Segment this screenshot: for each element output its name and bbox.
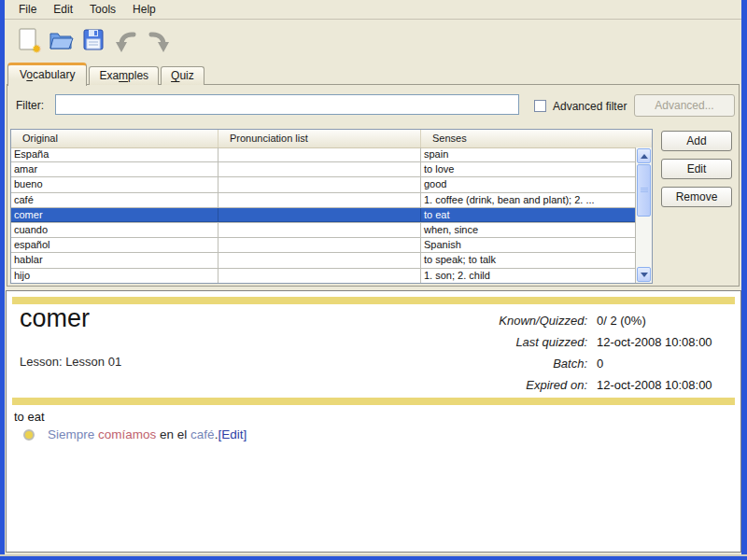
- table-row[interactable]: café1. coffee (drink, bean and plant); 2…: [11, 193, 635, 208]
- stat-row: Expired on:12-oct-2008 10:08:00: [251, 374, 726, 396]
- table-cell: [218, 162, 421, 176]
- table-cell: [218, 223, 421, 237]
- table-row[interactable]: hablarto speak; to talk: [11, 253, 635, 268]
- table-cell: [218, 238, 421, 252]
- new-star-icon: ✹: [32, 43, 42, 55]
- table-cell: when, since: [421, 223, 635, 237]
- divider-stripe-top: [12, 297, 735, 304]
- menu-edit[interactable]: Edit: [45, 0, 81, 19]
- sense-text: to eat: [14, 410, 45, 424]
- tab-quiz[interactable]: Quiz: [161, 66, 204, 85]
- tab-bar: VocabularyExamplesQuiz: [7, 61, 206, 85]
- table-cell: cuando: [11, 223, 218, 237]
- scroll-down-button[interactable]: [637, 267, 651, 282]
- open-file-button[interactable]: [46, 25, 76, 55]
- table-cell: 1. son; 2. child: [421, 269, 635, 283]
- example-word: café: [190, 427, 215, 441]
- column-header-original[interactable]: Original: [11, 130, 218, 147]
- triangle-down-icon: [641, 273, 648, 277]
- advanced-filter-checkbox[interactable]: [534, 100, 546, 112]
- menu-file[interactable]: File: [10, 0, 45, 19]
- example-word: en el: [156, 427, 190, 441]
- table-row[interactable]: buenogood: [11, 177, 635, 192]
- stat-label: Last quizzed:: [251, 335, 587, 349]
- tab-examples[interactable]: Examples: [89, 66, 159, 85]
- table-cell: [218, 147, 421, 161]
- table-row[interactable]: hijo1. son; 2. child: [11, 269, 635, 284]
- table-cell: Spanish: [421, 238, 635, 252]
- word-stats: Known/Quizzed:0/ 2 (0%)Last quizzed:12-o…: [251, 310, 726, 396]
- menu-tools[interactable]: Tools: [81, 0, 124, 19]
- word-title: comer: [20, 304, 90, 333]
- table-cell: 1. coffee (drink, bean and plant); 2. ..…: [421, 193, 635, 207]
- vocabulary-table: OriginalPronunciation listSenses Españas…: [10, 129, 653, 284]
- table-cell: [218, 193, 421, 207]
- triangle-up-icon: [641, 154, 648, 159]
- table-header-row: OriginalPronunciation listSenses: [11, 130, 652, 148]
- vertical-scrollbar[interactable]: [635, 147, 652, 283]
- stat-value: 12-oct-2008 10:08:00: [597, 378, 726, 392]
- scroll-up-button[interactable]: [637, 148, 651, 163]
- window-border-bottom: [0, 554, 747, 560]
- filter-label: Filter:: [16, 99, 44, 112]
- table-row[interactable]: españolSpanish: [11, 238, 635, 253]
- filter-input[interactable]: [55, 94, 519, 115]
- table-cell: hijo: [11, 269, 218, 283]
- stat-label: Expired on:: [251, 378, 587, 392]
- save-floppy-icon: [79, 26, 107, 54]
- stat-row: Batch:0: [251, 353, 726, 374]
- redo-button[interactable]: [144, 25, 174, 55]
- window-border-right: [741, 0, 747, 560]
- add-button[interactable]: Add: [661, 131, 732, 151]
- column-header-pronunciation-list[interactable]: Pronunciation list: [218, 130, 421, 147]
- table-body: Españaspainamarto lovebuenogoodcafé1. co…: [11, 147, 635, 283]
- table-cell: español: [11, 238, 218, 252]
- window-border-left: [0, 0, 5, 560]
- stat-label: Known/Quizzed:: [251, 314, 587, 328]
- redo-arrow-icon: [145, 26, 173, 54]
- table-cell: hablar: [11, 253, 218, 267]
- thumb-grip-icon: [641, 188, 648, 193]
- advanced-filter-label: Advanced filter: [553, 100, 627, 113]
- table-cell: to love: [421, 162, 635, 176]
- table-cell: [218, 177, 421, 191]
- table-cell: good: [421, 177, 635, 191]
- table-cell: amar: [11, 162, 218, 176]
- example-sentence-row: Siempre comíamos en el café.[Edit]: [23, 427, 247, 441]
- vocabulary-panel: Filter: Advanced filter Advanced... Orig…: [7, 84, 740, 287]
- table-row[interactable]: Españaspain: [11, 147, 635, 162]
- stat-value: 0/ 2 (0%): [597, 314, 726, 328]
- open-folder-icon: [47, 26, 75, 54]
- table-cell: to eat: [421, 208, 635, 222]
- remove-button[interactable]: Remove: [661, 187, 732, 207]
- column-header-senses[interactable]: Senses: [421, 130, 652, 147]
- bullet-icon: [23, 429, 35, 441]
- menu-help[interactable]: Help: [124, 0, 164, 19]
- save-button[interactable]: [78, 25, 108, 55]
- undo-arrow-icon: [112, 26, 140, 54]
- table-cell: spain: [421, 147, 635, 161]
- edit-example-link[interactable]: [Edit]: [218, 427, 247, 441]
- menubar: FileEditToolsHelp: [5, 0, 741, 20]
- undo-button[interactable]: [111, 25, 141, 55]
- example-sentence: Siempre comíamos en el café.[Edit]: [48, 427, 247, 441]
- stat-row: Last quizzed:12-oct-2008 10:08:00: [251, 331, 726, 353]
- advanced-button[interactable]: Advanced...: [634, 94, 735, 117]
- table-cell: bueno: [11, 177, 218, 191]
- edit-button[interactable]: Edit: [661, 159, 732, 179]
- table-row[interactable]: comerto eat: [11, 208, 635, 223]
- table-cell: España: [11, 147, 218, 161]
- stat-label: Batch:: [251, 357, 587, 371]
- word-detail-panel: comer Lesson: Lesson 01 Known/Quizzed:0/…: [6, 290, 741, 553]
- new-document-button[interactable]: ✹: [13, 25, 43, 55]
- tab-vocabulary[interactable]: Vocabulary: [7, 63, 87, 86]
- scrollbar-thumb[interactable]: [637, 164, 651, 217]
- stat-value: 12-oct-2008 10:08:00: [597, 335, 726, 349]
- example-word: comíamos: [98, 427, 156, 441]
- example-word: Siempre: [48, 427, 98, 441]
- toolbar: ✹: [5, 21, 176, 60]
- stat-value: 0: [597, 357, 726, 371]
- table-row[interactable]: amarto love: [11, 162, 635, 177]
- table-row[interactable]: cuandowhen, since: [11, 223, 635, 238]
- table-cell: [218, 253, 421, 267]
